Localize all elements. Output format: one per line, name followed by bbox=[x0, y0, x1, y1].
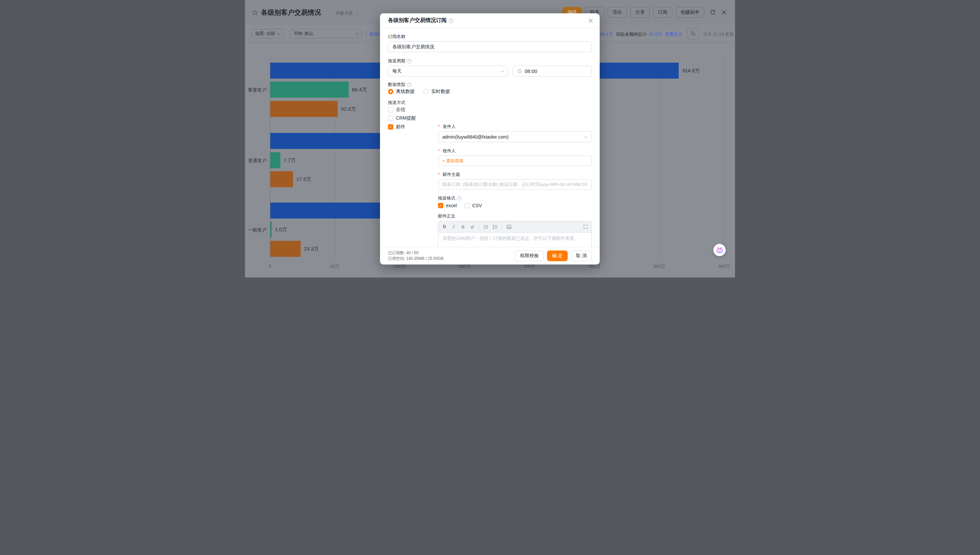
subscribe-button[interactable]: 订阅 bbox=[653, 7, 672, 18]
recipient-box[interactable]: + 添加选项 bbox=[438, 156, 592, 166]
clear-format-icon[interactable] bbox=[470, 224, 475, 229]
email-body-editor: B I S 123 bbox=[438, 221, 592, 247]
fullscreen-icon[interactable] bbox=[583, 224, 588, 229]
bar-value-label: 23.3万 bbox=[304, 241, 319, 257]
divider bbox=[479, 224, 479, 229]
stats-line: 计: 69.1万 回款金额的总计: 92.8万 查看总计 bbox=[593, 31, 682, 37]
stat-payment-total: 回款金额的总计: 92.8万 bbox=[616, 31, 662, 37]
confirm-button[interactable]: 确 定 bbox=[547, 250, 568, 261]
push-cycle-select[interactable]: 每天 bbox=[388, 66, 508, 77]
dialog-footer: 已订阅数: 40 / 50 已用空间: 140.35MB / 25.00GB 权… bbox=[380, 247, 600, 265]
svg-text:3: 3 bbox=[493, 228, 494, 229]
x-tick-label: 0 bbox=[269, 263, 271, 268]
share-button[interactable]: 分享 bbox=[630, 7, 650, 18]
quota-info: 已订阅数: 40 / 50 已用空间: 140.35MB / 25.00GB bbox=[388, 250, 443, 261]
help-icon[interactable]: ? bbox=[407, 59, 411, 63]
subscription-dialog: 各级别客户交易情况订阅 ? 订阅名称 各级别客户交易情况 推送周期? 每天 08… bbox=[380, 13, 600, 265]
bar-value-label: 7.7万 bbox=[284, 152, 296, 168]
category-label: 普通客户 bbox=[247, 158, 267, 164]
x-gridline bbox=[724, 58, 725, 260]
dialog-title: 各级别客户交易情况订阅 bbox=[388, 17, 447, 24]
scene-filter[interactable]: 场景: 全部 bbox=[252, 29, 284, 38]
subscribed-count: 已订阅数: 40 / 50 bbox=[388, 250, 443, 256]
favorite-star-icon[interactable] bbox=[252, 9, 258, 16]
bar-series-orange-重要客户[interactable] bbox=[270, 101, 338, 117]
robot-assistant-button[interactable] bbox=[713, 244, 726, 256]
subject-label: 邮件主题 bbox=[438, 172, 592, 177]
permission-check-button[interactable]: 权限校验 bbox=[515, 250, 544, 261]
radio-realtime-data[interactable]: 实时数据 bbox=[423, 88, 450, 95]
help-icon[interactable]: ? bbox=[449, 18, 453, 23]
checkbox-off-icon bbox=[388, 107, 393, 112]
checkbox-csv[interactable]: CSV bbox=[464, 203, 482, 208]
chevron-down-icon bbox=[277, 32, 281, 35]
radio-on-icon bbox=[388, 89, 393, 94]
page-title: 各级别客户交易情况 bbox=[261, 8, 321, 17]
bar-value-label: 60.4万 bbox=[352, 82, 367, 98]
bar-value-label: 52.0万 bbox=[341, 101, 356, 117]
bar-series-green-重要客户[interactable] bbox=[270, 82, 349, 98]
editor-content[interactable]: 亲爱的CRM用户：您好！订阅的图表已送达，您可以下载附件查看。 bbox=[439, 233, 591, 247]
page-close-icon[interactable] bbox=[721, 9, 727, 15]
add-option-link[interactable]: + 添加选项 bbox=[442, 158, 463, 164]
checkbox-qixin[interactable]: 企信 bbox=[388, 107, 592, 112]
subscription-name-label: 订阅名称 bbox=[388, 34, 592, 39]
data-type-label: 数据类型? bbox=[388, 82, 592, 87]
checkbox-crm-reminder[interactable]: CRM提醒 bbox=[388, 115, 592, 121]
cancel-button[interactable]: 取 消 bbox=[571, 250, 592, 261]
refresh-icon[interactable] bbox=[710, 9, 716, 15]
push-format-label: 推送格式? bbox=[438, 196, 592, 201]
checkbox-excel[interactable]: ✓ excel bbox=[438, 203, 457, 208]
category-label: 一般客户 bbox=[247, 227, 267, 233]
sender-select[interactable]: admin(liuyw8840@fxiaoke.com) bbox=[438, 131, 592, 142]
checkbox-off-icon bbox=[388, 115, 393, 121]
radio-off-icon bbox=[423, 89, 429, 94]
help-icon[interactable]: ? bbox=[355, 11, 359, 16]
push-time-input[interactable]: 08:00 bbox=[512, 66, 592, 77]
image-icon[interactable] bbox=[506, 224, 512, 229]
subject-input[interactable]: 报表订阅: [报表/统计图名称] 推送日期，运行时间yyyy-MM-dd HH:… bbox=[438, 179, 592, 189]
sender-label: 发件人 bbox=[438, 124, 592, 129]
chevron-down-icon bbox=[585, 135, 588, 138]
bold-icon[interactable]: B bbox=[442, 224, 447, 229]
bar-value-label: 314.9万 bbox=[682, 63, 700, 79]
strikethrough-icon[interactable]: S bbox=[460, 224, 466, 229]
x-tick-label: 350万 bbox=[718, 263, 730, 269]
dialog-close-icon[interactable] bbox=[588, 18, 594, 24]
currency-filter[interactable]: 币种: 默认 bbox=[290, 29, 361, 38]
editor-toolbar: B I S 123 bbox=[439, 221, 591, 233]
bar-value-label: 1.0万 bbox=[275, 221, 287, 237]
subscription-name-input[interactable]: 各级别客户交易情况 bbox=[388, 41, 592, 52]
magnifier-chart-icon[interactable] bbox=[687, 28, 699, 40]
help-icon[interactable]: ? bbox=[407, 83, 411, 87]
dialog-header: 各级别客户交易情况订阅 ? bbox=[380, 13, 600, 28]
export-button[interactable]: 导出 bbox=[608, 7, 627, 18]
bullet-list-icon[interactable] bbox=[484, 224, 489, 229]
italic-icon[interactable]: I bbox=[451, 224, 456, 229]
radio-offline-data[interactable]: 离线数据 bbox=[388, 88, 414, 95]
bar-series-orange-普通客户[interactable] bbox=[270, 171, 293, 187]
duplicate-button[interactable]: 创建副本 bbox=[676, 7, 704, 18]
object-relation-link[interactable]: 对象关系 ? bbox=[336, 10, 359, 16]
bar-series-green-一般客户[interactable] bbox=[270, 221, 272, 237]
checkbox-off-icon bbox=[464, 203, 470, 208]
space-used: 已用空间: 140.35MB / 25.00GB bbox=[388, 256, 443, 261]
push-cycle-label: 推送周期? bbox=[388, 58, 592, 64]
robot-assistant-icon bbox=[716, 246, 724, 254]
app-root: 各级别客户交易情况 对象关系 ? 编辑 转发 导出 分享 订阅 创建副本 场景:… bbox=[245, 0, 735, 278]
view-total-link[interactable]: 查看总计 bbox=[665, 31, 682, 37]
divider bbox=[502, 224, 502, 229]
dialog-body: 订阅名称 各级别客户交易情况 推送周期? 每天 08:00 数据类型? bbox=[380, 28, 600, 247]
help-icon[interactable]: ? bbox=[457, 196, 461, 201]
last-updated: 今天 21:19 更新 . bbox=[703, 31, 735, 37]
checkbox-on-icon: ✓ bbox=[438, 203, 443, 208]
ordered-list-icon[interactable]: 123 bbox=[493, 224, 498, 229]
category-label: 重要客户 bbox=[247, 87, 267, 93]
bar-series-green-普通客户[interactable] bbox=[270, 152, 280, 168]
recipient-label: 收件人 bbox=[438, 148, 592, 154]
checkbox-email[interactable]: ✓ 邮件 bbox=[388, 124, 405, 130]
bar-value-label: 17.5万 bbox=[296, 171, 311, 187]
bar-series-orange-一般客户[interactable] bbox=[270, 241, 300, 257]
x-tick-label: 50万 bbox=[330, 263, 339, 269]
push-method-label: 推送方式 bbox=[388, 100, 592, 105]
